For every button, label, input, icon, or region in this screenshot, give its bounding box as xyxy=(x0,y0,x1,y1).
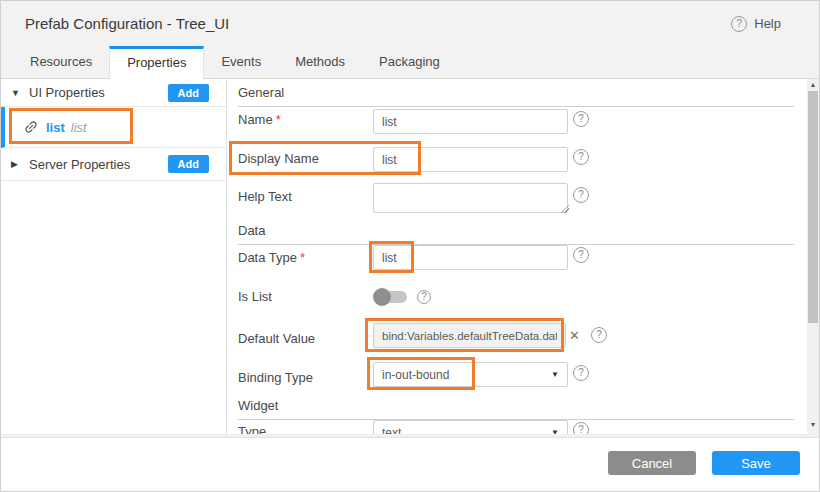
help-icon[interactable]: ? xyxy=(731,16,747,32)
ui-properties-add-button[interactable]: Add xyxy=(168,84,209,102)
ui-properties-group[interactable]: ▼ UI Properties Add xyxy=(1,79,226,107)
toggle-knob xyxy=(373,288,391,306)
display-name-input[interactable] xyxy=(373,147,568,172)
required-asterisk: * xyxy=(276,112,281,127)
display-name-label: Display Name xyxy=(238,151,319,166)
dialog-footer: Cancel Save xyxy=(1,438,819,492)
data-type-label: Data Type* xyxy=(238,250,305,265)
property-item-name: list xyxy=(46,120,65,135)
properties-form: General Name* ? Display Name ? Help Text… xyxy=(227,79,807,434)
is-list-help-icon[interactable]: ? xyxy=(417,290,431,304)
cancel-button[interactable]: Cancel xyxy=(608,451,696,475)
section-widget: Widget xyxy=(238,398,794,420)
help-text-label: Help Text xyxy=(238,189,292,204)
data-type-input[interactable] xyxy=(373,245,568,270)
binding-type-value: in-out-bound xyxy=(382,368,547,382)
tab-resources[interactable]: Resources xyxy=(13,46,109,78)
binding-type-select[interactable]: in-out-bound ▼ xyxy=(373,362,568,387)
help-label[interactable]: Help xyxy=(754,16,781,31)
help-button[interactable]: ? Help xyxy=(731,1,781,46)
name-input[interactable] xyxy=(373,109,568,134)
vertical-scrollbar[interactable]: ▲ ▼ xyxy=(807,79,819,434)
tab-bar: Resources Properties Events Methods Pack… xyxy=(1,46,819,79)
dialog-header: Prefab Configuration - Tree_UI ? Help xyxy=(1,1,819,46)
widget-type-select[interactable]: text ▼ xyxy=(373,420,568,434)
save-button[interactable]: Save xyxy=(712,451,800,475)
default-value-help-icon[interactable]: ? xyxy=(591,327,607,343)
section-data: Data xyxy=(238,223,794,245)
expanded-arrow-icon[interactable]: ▼ xyxy=(11,88,21,98)
link-icon xyxy=(20,116,43,139)
server-properties-add-button[interactable]: Add xyxy=(168,155,209,173)
name-help-icon[interactable]: ? xyxy=(573,111,589,127)
scroll-up-icon[interactable]: ▲ xyxy=(807,79,819,91)
tab-properties[interactable]: Properties xyxy=(109,46,204,79)
properties-sidebar: ▼ UI Properties Add list list ▶ Server P… xyxy=(1,79,227,434)
section-general: General xyxy=(238,85,794,107)
server-properties-group[interactable]: ▶ Server Properties Add xyxy=(1,148,226,181)
prefab-configuration-dialog: Prefab Configuration - Tree_UI ? Help Re… xyxy=(0,0,820,492)
widget-type-label: Type xyxy=(238,424,266,434)
required-asterisk: * xyxy=(300,250,305,265)
textarea-resize-grip[interactable] xyxy=(561,205,569,213)
tab-methods[interactable]: Methods xyxy=(278,46,362,78)
ui-properties-label: UI Properties xyxy=(29,85,105,100)
widget-type-value: text xyxy=(382,426,547,435)
binding-type-label: Binding Type xyxy=(238,370,313,385)
help-text-textarea[interactable] xyxy=(373,183,568,213)
tab-events[interactable]: Events xyxy=(204,46,278,78)
is-list-toggle[interactable] xyxy=(373,288,410,306)
widget-type-help-icon[interactable]: ? xyxy=(573,422,589,434)
binding-type-help-icon[interactable]: ? xyxy=(573,365,589,381)
help-text-help-icon[interactable]: ? xyxy=(573,187,589,203)
display-name-help-icon[interactable]: ? xyxy=(573,149,589,165)
property-item-list[interactable]: list list xyxy=(1,107,226,148)
is-list-label: Is List xyxy=(238,289,272,304)
server-properties-label: Server Properties xyxy=(29,157,130,172)
clear-binding-icon[interactable]: ✕ xyxy=(569,328,580,343)
tab-packaging[interactable]: Packaging xyxy=(362,46,457,78)
default-value-label: Default Value xyxy=(238,331,315,346)
scrollbar-thumb[interactable] xyxy=(808,91,818,323)
name-label: Name* xyxy=(238,112,281,127)
collapsed-arrow-icon[interactable]: ▶ xyxy=(11,159,21,169)
scroll-down-icon[interactable]: ▼ xyxy=(807,419,819,431)
data-type-help-icon[interactable]: ? xyxy=(573,247,589,263)
dropdown-arrow-icon: ▼ xyxy=(551,370,559,379)
property-item-type: list xyxy=(71,120,87,135)
default-value-input[interactable] xyxy=(373,323,566,348)
dialog-title: Prefab Configuration - Tree_UI xyxy=(25,15,229,32)
